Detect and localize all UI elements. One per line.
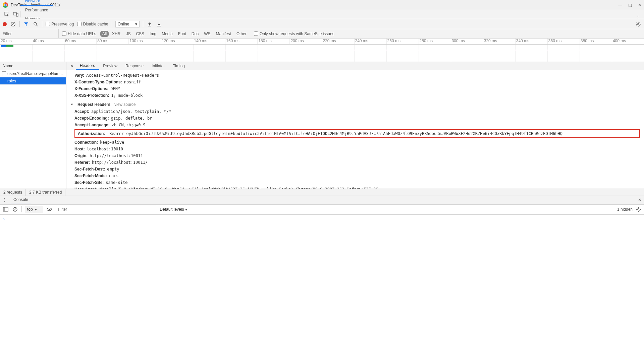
tab-performance[interactable]: Performance [20,6,53,14]
timeline-tick: 20 ms [0,39,32,44]
console-body[interactable]: › [0,215,644,345]
settings-gear-icon[interactable] [635,21,641,27]
close-detail-icon[interactable]: ✕ [68,62,76,70]
type-chip-all[interactable]: All [100,31,109,37]
request-list: Name users?realName=&pageNum...roles [0,62,66,189]
throttling-select[interactable]: Online▾ [115,21,140,27]
header-row: Connection:keep-alive [70,139,640,146]
timeline-tick: 180 ms [257,39,289,44]
detail-tab-timing[interactable]: Timing [169,62,189,70]
log-level-select[interactable]: Default levels ▾ [160,207,187,212]
network-toolbar: Preserve log Disable cache Online▾ [0,19,644,29]
timeline-load-line [0,50,587,50]
filter-icon[interactable] [23,21,29,27]
detail-tab-headers[interactable]: Headers [76,62,99,70]
timeline-tick: 200 ms [289,39,322,44]
samesite-checkbox[interactable]: Only show requests with SameSite issues [254,31,334,36]
detail-pane: ✕ HeadersPreviewResponseInitiatorTiming … [66,62,644,189]
file-icon [2,71,6,76]
console-sidebar-icon[interactable] [3,206,9,212]
upload-har-icon[interactable] [147,21,153,27]
timeline[interactable]: 20 ms40 ms60 ms80 ms100 ms120 ms140 ms16… [0,39,644,62]
inspect-element-icon[interactable] [3,10,11,19]
header-key: Sec-Fetch-Site: [74,180,104,185]
type-chip-css[interactable]: CSS [134,31,146,37]
svg-point-15 [49,209,50,210]
maximize-button[interactable]: ▢ [628,3,632,7]
request-name: roles [7,79,16,83]
device-toolbar-icon[interactable] [11,10,20,19]
type-chip-manifest[interactable]: Manifest [214,31,233,37]
disable-cache-checkbox[interactable]: Disable cache [77,22,108,26]
header-row: Origin:http://localhost:10011 [70,152,640,159]
timeline-tick: 80 ms [96,39,128,44]
header-key: Host: [74,147,85,151]
header-key: Accept-Language: [74,123,110,127]
detail-tab-preview[interactable]: Preview [99,62,121,70]
file-icon [2,79,6,83]
svg-point-16 [638,209,639,210]
type-chip-doc[interactable]: Doc [190,31,201,37]
console-filter-input[interactable] [56,206,156,213]
header-row: X-Frame-Options:DENY [70,85,640,92]
header-value: 1; mode=block [111,93,143,98]
hide-data-urls-checkbox[interactable]: Hide data URLs [62,31,96,36]
header-value: empty [107,167,119,171]
record-icon[interactable] [3,22,7,26]
download-har-icon[interactable] [156,21,162,27]
console-settings-icon[interactable] [635,206,641,212]
type-chip-xhr[interactable]: XHR [110,31,122,37]
divider [42,21,42,27]
header-key: X-Frame-Options: [74,86,108,91]
filter-bar: Hide data URLs AllXHRJSCSSImgMediaFontDo… [0,29,644,39]
close-button[interactable]: ✕ [638,3,641,7]
clear-icon[interactable] [10,21,16,27]
header-row: Sec-Fetch-Site:same-site [70,179,640,186]
header-key: Connection: [74,140,98,145]
request-list-header[interactable]: Name [0,62,66,70]
search-icon[interactable] [33,21,39,27]
header-key: X-Content-Type-Options: [74,80,122,84]
hidden-messages[interactable]: 1 hidden [617,207,633,212]
timeline-tick: 220 ms [322,39,354,44]
header-row: Referer:http://localhost:10011/ [70,159,640,166]
transferred-size: 2.7 KB transferred [26,189,65,196]
detail-tab-response[interactable]: Response [121,62,148,70]
type-chip-font[interactable]: Font [176,31,188,37]
authorization-header-highlight: Authorization: Bearer eyJhbGciOiJIUzUxMi… [74,129,640,138]
type-chip-img[interactable]: Img [148,31,158,37]
request-item[interactable]: users?realName=&pageNum... [0,70,66,77]
clear-console-icon[interactable] [12,206,18,212]
type-chip-js[interactable]: JS [124,31,132,37]
request-headers-section[interactable]: ▼ Request Headers view source [70,99,640,108]
close-drawer-icon[interactable]: ✕ [638,198,641,202]
filter-input[interactable] [0,29,59,38]
divider [112,21,112,27]
drawer-tab-console[interactable]: Console [11,196,31,204]
svg-rect-7 [148,26,151,26]
minimize-button[interactable]: — [618,3,622,7]
timeline-tick: 300 ms [451,39,483,44]
header-value: cors [109,174,119,178]
header-value: localhost:10010 [87,147,123,151]
tab-network[interactable]: Network [20,0,53,6]
header-row: Accept:application/json, text/plain, */* [70,108,640,115]
type-chip-media[interactable]: Media [160,31,175,37]
divider [143,21,143,27]
header-key: X-XSS-Protection: [74,93,109,98]
header-key: Sec-Fetch-Dest: [74,167,105,171]
type-chip-other[interactable]: Other [234,31,249,37]
more-vert-icon[interactable]: ⋮ [3,198,7,202]
timeline-tick: 160 ms [225,39,257,44]
view-source-link[interactable]: view source [114,102,136,107]
type-chip-ws[interactable]: WS [202,31,212,37]
request-item[interactable]: roles [0,77,66,85]
more-vert-icon[interactable]: ⋮ [636,14,640,19]
preserve-log-checkbox[interactable]: Preserve log [46,22,74,26]
timeline-tick: 320 ms [483,39,515,44]
timeline-tick: 40 ms [32,39,64,44]
header-value: same-site [106,180,127,185]
detail-tab-initiator[interactable]: Initiator [148,62,169,70]
live-expression-icon[interactable] [46,206,52,212]
context-select[interactable]: top ▾ [25,206,43,213]
